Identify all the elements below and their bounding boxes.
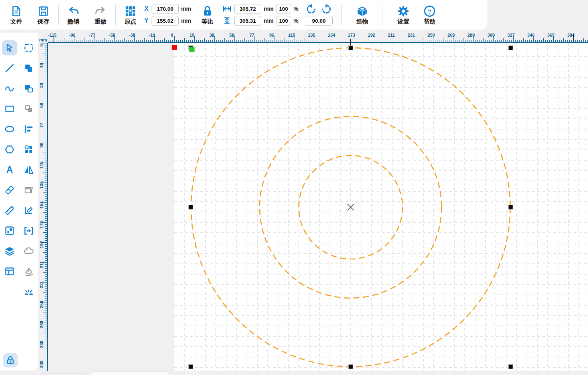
create-button[interactable]: 造物 <box>353 5 371 24</box>
ruler-label: 231 <box>408 33 415 37</box>
height-input[interactable] <box>234 16 261 26</box>
ellipse-tool[interactable] <box>2 122 17 137</box>
ruler-label: 288 <box>39 341 44 348</box>
redo-button[interactable]: 重做 <box>91 5 110 24</box>
text-frame-tool[interactable] <box>21 183 36 198</box>
tool-panel: A <box>0 33 38 371</box>
angle-measure-tool[interactable] <box>21 203 36 218</box>
nest-tool[interactable] <box>2 223 17 238</box>
ruler-label: 115 <box>39 161 44 169</box>
width-input[interactable] <box>234 4 261 14</box>
combine-tool[interactable] <box>21 81 36 96</box>
text-tool[interactable]: A <box>2 162 17 177</box>
rotation-handle-stem[interactable] <box>350 39 351 44</box>
selection-handle[interactable] <box>349 46 353 50</box>
ruler-label: -115 <box>48 33 56 37</box>
layers-icon <box>4 246 15 256</box>
center-align-tool[interactable] <box>21 223 36 238</box>
array-tool[interactable] <box>21 142 36 157</box>
undo-button[interactable]: 撤销 <box>64 5 83 24</box>
canvas-svg[interactable] <box>48 43 588 371</box>
save-button[interactable]: 保存 <box>34 5 53 24</box>
settings-button[interactable]: 设置 <box>394 5 412 24</box>
origin-grid-icon <box>124 5 136 17</box>
selection-handle[interactable] <box>189 205 193 210</box>
pen-tool[interactable] <box>21 264 36 279</box>
ruler-label: -19 <box>149 33 155 37</box>
select-tool[interactable] <box>2 40 17 55</box>
line-tool[interactable] <box>2 61 17 76</box>
selection-handle[interactable] <box>509 205 513 210</box>
text-icon: A <box>4 165 15 175</box>
curve-tool[interactable] <box>2 81 17 96</box>
combine-icon <box>24 83 34 94</box>
ruler-tool[interactable] <box>2 203 17 218</box>
settings-label: 设置 <box>397 18 409 24</box>
origin-button[interactable]: 原点 <box>121 5 140 24</box>
table-tool[interactable] <box>2 264 17 279</box>
proportional-lock-button[interactable]: 等比 <box>198 5 217 24</box>
polygon-icon <box>4 144 15 155</box>
layers-tool[interactable] <box>2 243 17 259</box>
marquee-select-tool[interactable] <box>21 40 36 55</box>
height-unit-label: mm <box>264 18 274 24</box>
cloud-tool[interactable] <box>21 243 36 259</box>
height-percent-input[interactable] <box>276 16 291 26</box>
top-toolbar: 文件 保存 撤销 重做 原点 X mm Y <box>0 0 487 29</box>
svg-text:A: A <box>6 165 13 175</box>
width-icon <box>222 5 232 13</box>
ruler-label: 346 <box>527 33 535 37</box>
union-tool[interactable] <box>21 61 36 76</box>
rotate-ccw-icon[interactable] <box>306 4 317 15</box>
selection-handle[interactable] <box>189 365 193 369</box>
svg-text:?: ? <box>428 8 432 15</box>
x-position-input[interactable] <box>152 4 179 14</box>
selection-handle[interactable] <box>509 365 513 369</box>
ruler-label: 19 <box>189 33 194 37</box>
ruler-label: 211 <box>39 261 44 268</box>
ruler-label: -58 <box>109 33 115 37</box>
text-frame-icon <box>24 185 34 195</box>
rotate-cw-icon[interactable] <box>321 4 332 15</box>
bottom-panel-tab[interactable] <box>40 372 86 375</box>
ruler-label: 115 <box>288 33 295 37</box>
intersect-tool[interactable] <box>21 101 36 116</box>
x-axis-label: X <box>144 5 149 12</box>
explode-tool[interactable] <box>21 284 36 299</box>
mirror-icon <box>24 165 34 175</box>
rotation-angle-input[interactable] <box>305 16 333 26</box>
ruler-label: 269 <box>39 321 44 328</box>
mirror-tool[interactable] <box>21 162 36 177</box>
file-button[interactable]: 文件 <box>7 5 26 24</box>
ruler-label: 192 <box>39 241 44 248</box>
help-button[interactable]: ? 帮助 <box>420 5 439 24</box>
align-tool[interactable] <box>21 122 36 137</box>
machine-origin-marker <box>172 45 177 50</box>
y-position-input[interactable] <box>152 16 179 26</box>
redo-label: 重做 <box>95 18 107 24</box>
width-percent-input[interactable] <box>276 4 291 14</box>
eraser-icon <box>4 185 15 195</box>
curve-icon <box>4 83 15 94</box>
ruler-label: 308 <box>39 361 44 368</box>
ruler-label: 365 <box>547 33 554 37</box>
undo-label: 撤销 <box>67 18 79 24</box>
selection-handle[interactable] <box>349 365 353 369</box>
toolbar-separator <box>341 5 342 25</box>
panel-lock-button[interactable] <box>3 353 18 367</box>
polygon-tool[interactable] <box>2 142 17 157</box>
redo-icon <box>94 5 107 17</box>
marquee-icon <box>24 43 34 53</box>
canvas-area[interactable] <box>48 43 588 371</box>
proportional-lock-label: 等比 <box>201 18 213 24</box>
panel-lock-icon <box>6 355 15 365</box>
y-unit-label: mm <box>181 18 191 24</box>
rectangle-tool[interactable] <box>2 101 17 116</box>
height-icon <box>222 17 232 25</box>
ruler-label: 327 <box>507 33 515 37</box>
ruler-label: 154 <box>328 33 335 37</box>
eraser-tool[interactable] <box>2 183 17 198</box>
bottom-toolbar-peek[interactable] <box>91 371 170 375</box>
selection-handle[interactable] <box>509 46 513 50</box>
ellipse-icon <box>4 124 15 134</box>
